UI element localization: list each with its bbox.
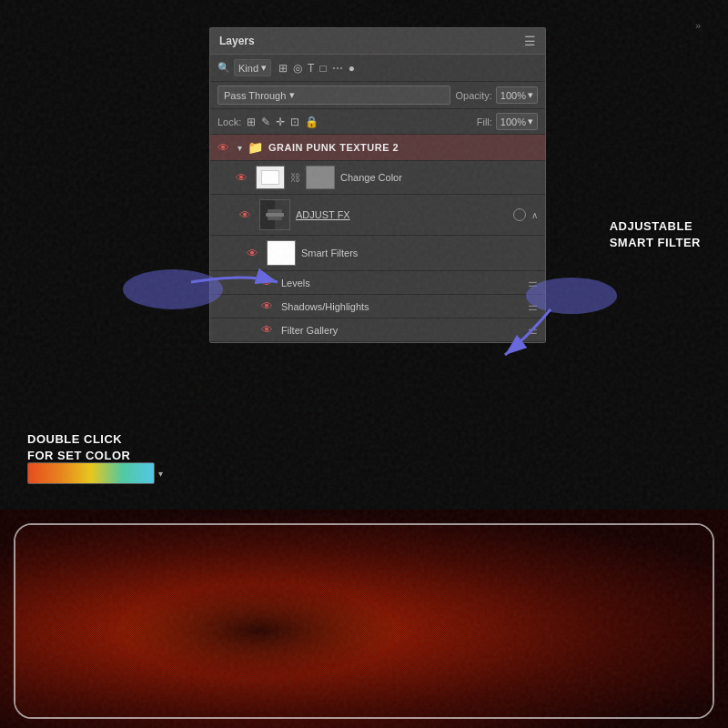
shadows-adjust-icon[interactable]: ⚌: [528, 300, 538, 313]
shape-filter-icon[interactable]: □: [319, 62, 326, 75]
change-color-thumbnail-gray: [306, 166, 335, 189]
blend-opacity-row: Pass Through ▾ Opacity: 100% ▾: [210, 82, 545, 109]
opacity-arrow: ▾: [528, 89, 533, 101]
shadows-highlights-filter-row[interactable]: 👁 Shadows/Highlights ⚌: [210, 295, 545, 318]
bottom-preview: [0, 510, 728, 728]
gradient-swatch[interactable]: [27, 462, 155, 484]
change-color-visibility-eye[interactable]: 👁: [236, 171, 250, 185]
smart-filters-row: 👁 Smart Filters: [210, 236, 545, 271]
adjustable-smart-annotation: ADJUSTABLESMART FILTER: [610, 218, 701, 251]
fill-arrow: ▾: [528, 116, 533, 127]
panel-title: Layers: [219, 35, 255, 47]
shadows-filter-name: Shadows/Highlights: [281, 301, 522, 312]
filter-row: 🔍 Kind ▾ ⊞ ◎ T □ ⋯ ●: [210, 55, 545, 82]
adjust-fx-visibility-eye[interactable]: 👁: [239, 208, 254, 222]
filter-gallery-row[interactable]: 👁 Filter Gallery ⚌: [210, 318, 545, 342]
lock-transparent-icon[interactable]: ⊞: [247, 116, 256, 128]
gradient-swatch-container: ▾: [27, 462, 163, 484]
lock-label: Lock:: [217, 116, 241, 127]
search-icon: 🔍: [217, 62, 230, 74]
adjust-fx-chevron[interactable]: ∧: [531, 210, 538, 220]
opacity-label: Opacity:: [456, 90, 492, 101]
fill-value[interactable]: 100% ▾: [496, 113, 538, 130]
levels-adjust-icon[interactable]: ⚌: [528, 277, 538, 289]
circle-filter-icon[interactable]: ●: [349, 62, 355, 75]
fill-label: Fill:: [477, 116, 492, 127]
levels-filter-name: Levels: [281, 278, 522, 288]
filter-gallery-visibility-eye[interactable]: 👁: [261, 323, 276, 337]
lock-icons: ⊞ ✎ ✛ ⊡ 🔒: [247, 116, 318, 128]
panel-menu-icon[interactable]: ☰: [524, 34, 536, 48]
adjust-fx-layer-row[interactable]: 👁 ADJUST FX ∧: [210, 195, 545, 236]
kind-label: Kind: [238, 63, 258, 74]
fill-control: Fill: 100% ▾: [477, 113, 538, 130]
svg-point-5: [123, 269, 223, 309]
adjust-fx-visibility-dot[interactable]: [513, 208, 526, 221]
change-color-thumbnail-white: [256, 166, 285, 189]
blend-mode-label: Pass Through: [224, 90, 286, 101]
layers-panel: Layers ☰ 🔍 Kind ▾ ⊞ ◎ T □ ⋯ ● Pass Throu…: [209, 27, 546, 343]
group-folder-icon: 📁: [248, 140, 263, 155]
lock-fill-row: Lock: ⊞ ✎ ✛ ⊡ 🔒 Fill: 100% ▾: [210, 109, 545, 135]
smart-filters-label: Smart Filters: [301, 248, 358, 258]
filter-icons: ⊞ ◎ T □ ⋯ ●: [278, 62, 355, 75]
smart-filters-thumbnail: [267, 240, 296, 266]
lock-artboards-icon[interactable]: ⊡: [290, 116, 299, 128]
filter-gallery-name: Filter Gallery: [281, 325, 522, 336]
preview-bg: [0, 510, 728, 728]
blend-mode-dropdown[interactable]: Pass Through ▾: [217, 86, 450, 105]
opacity-value[interactable]: 100% ▾: [496, 86, 538, 104]
lock-all-icon[interactable]: 🔒: [305, 116, 318, 128]
double-click-annotation: DOUBLE CLICKFOR SET COLOR: [27, 431, 130, 464]
group-expand-chevron[interactable]: ▾: [238, 143, 242, 153]
expand-arrows-icon: »: [695, 20, 701, 31]
preview-rounded-rect: [14, 523, 714, 719]
preview-inner: [15, 525, 713, 717]
smart-filters-visibility-eye[interactable]: 👁: [247, 247, 261, 260]
adjust-fx-thumbnail: [259, 199, 290, 230]
levels-visibility-eye[interactable]: 👁: [261, 276, 276, 289]
smart-filter-icon[interactable]: ⋯: [332, 62, 343, 75]
levels-filter-row[interactable]: 👁 Levels ⚌: [210, 271, 545, 295]
pixel-filter-icon[interactable]: ⊞: [278, 62, 288, 75]
blend-mode-arrow: ▾: [289, 89, 295, 101]
lock-image-icon[interactable]: ✎: [261, 116, 270, 128]
shadows-visibility-eye[interactable]: 👁: [261, 299, 276, 313]
opacity-control: Opacity: 100% ▾: [456, 86, 539, 104]
group-visibility-eye[interactable]: 👁: [217, 141, 232, 155]
panel-header: Layers ☰: [210, 28, 545, 55]
svg-rect-3: [266, 213, 284, 217]
adjust-fx-controls: ∧: [513, 208, 538, 221]
filter-gallery-adjust-icon[interactable]: ⚌: [528, 324, 538, 337]
kind-dropdown[interactable]: Kind ▾: [234, 59, 271, 76]
type-filter-icon[interactable]: T: [308, 62, 314, 75]
gradient-dropdown-icon[interactable]: ▾: [158, 469, 163, 479]
kind-dropdown-arrow: ▾: [261, 62, 267, 74]
change-color-layer-row[interactable]: 👁 ⛓ Change Color: [210, 161, 545, 195]
adjustment-filter-icon[interactable]: ◎: [293, 62, 302, 75]
adjust-fx-layer-name: ADJUST FX: [296, 209, 350, 220]
group-layer-name: GRAIN PUNK TEXTURE 2: [268, 142, 399, 153]
lock-position-icon[interactable]: ✛: [276, 116, 285, 128]
layer-group-row[interactable]: 👁 ▾ 📁 GRAIN PUNK TEXTURE 2: [210, 135, 545, 161]
chain-link-icon: ⛓: [290, 172, 300, 183]
change-color-layer-name: Change Color: [340, 172, 402, 183]
